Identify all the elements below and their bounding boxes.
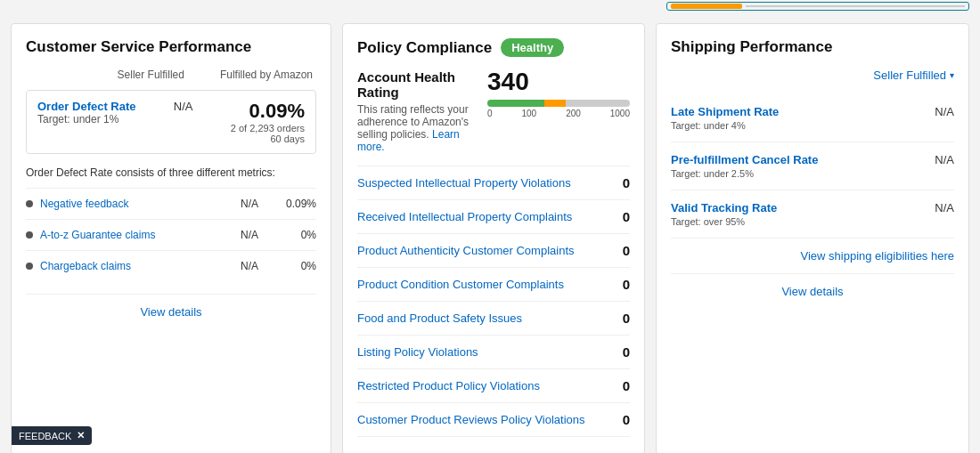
progress-line: [746, 5, 965, 7]
shipping-metric-info-2: Valid Tracking Rate Target: over 95%: [671, 201, 777, 227]
csp-view-details-link[interactable]: View details: [140, 305, 201, 319]
csp-title: Customer Service Performance: [26, 38, 316, 56]
metric-name-2[interactable]: Chargeback claims: [40, 260, 227, 272]
metric-name-1[interactable]: A-to-z Guarantee claims: [40, 229, 227, 241]
dashboard: Customer Service Performance Seller Fulf…: [0, 12, 980, 453]
shipping-header-row: Seller Fulfilled ▾: [671, 69, 954, 82]
violation-name-1[interactable]: Received Intellectual Property Complaint…: [357, 210, 612, 223]
shipping-metric-target-2: Target: over 95%: [671, 216, 777, 227]
shipping-metric-1: Pre-fulfillment Cancel Rate Target: unde…: [671, 142, 954, 190]
scale-1000: 1000: [610, 109, 630, 118]
ahr-section: Account Health Rating This rating reflec…: [357, 69, 630, 153]
violations-list: Suspected Intellectual Property Violatio…: [357, 166, 630, 437]
shipping-metric-val-0: N/A: [935, 105, 954, 118]
violation-count-5: 0: [612, 344, 630, 360]
ahr-bar-gray: [566, 100, 630, 107]
violation-count-7: 0: [612, 412, 630, 427]
odr-description: Order Defect Rate consists of three diff…: [26, 166, 316, 179]
odr-na: N/A: [174, 100, 193, 113]
scale-0: 0: [487, 109, 493, 118]
top-bar-widget: [666, 2, 969, 11]
scale-200: 200: [566, 109, 581, 118]
shipping-metric-name-2[interactable]: Valid Tracking Rate: [671, 201, 777, 214]
violation-count-6: 0: [612, 378, 630, 393]
ahr-scale: 0 100 200 1000: [487, 109, 630, 118]
seller-dropdown-label: Seller Fulfilled: [873, 69, 946, 82]
shipping-title: Shipping Performance: [671, 38, 954, 56]
bullet-icon: [26, 231, 33, 239]
shipping-metric-target-1: Target: under 2.5%: [671, 168, 818, 179]
shipping-metric-info-0: Late Shipment Rate Target: under 4%: [671, 105, 779, 131]
feedback-button[interactable]: FEEDBACK ✕: [12, 426, 92, 445]
odr-box: Order Defect Rate Target: under 1% N/A 0…: [26, 90, 316, 154]
violation-name-0[interactable]: Suspected Intellectual Property Violatio…: [357, 176, 612, 190]
violation-name-7[interactable]: Customer Product Reviews Policy Violatio…: [357, 413, 612, 426]
shipping-metric-info-1: Pre-fulfillment Cancel Rate Target: unde…: [671, 153, 818, 179]
violation-name-5[interactable]: Listing Policy Violations: [357, 345, 612, 359]
metric-na-2: N/A: [227, 260, 272, 272]
metric-name-0[interactable]: Negative feedback: [40, 198, 227, 210]
progress-bar: [671, 4, 742, 9]
shipping-view-details-link[interactable]: View details: [781, 285, 843, 298]
metric-pct-2: 0%: [272, 260, 316, 272]
violation-row-1: Received Intellectual Property Complaint…: [357, 200, 630, 234]
violation-name-3[interactable]: Product Condition Customer Complaints: [357, 278, 612, 291]
ahr-bar-green: [487, 100, 544, 107]
view-eligibilities-link[interactable]: View shipping eligibilities here: [801, 249, 954, 263]
shipping-view-details[interactable]: View details: [671, 273, 954, 298]
shipping-metric-0: Late Shipment Rate Target: under 4% N/A: [671, 94, 954, 142]
odr-sub2: 60 days: [231, 133, 305, 144]
policy-header: Policy Compliance Healthy: [357, 38, 630, 57]
violation-count-2: 0: [612, 243, 630, 258]
violation-count-1: 0: [612, 209, 630, 224]
policy-title: Policy Compliance: [357, 39, 492, 57]
amazon-fulfilled-label: Fulfilled by Amazon: [220, 69, 313, 81]
metric-row: Negative feedback N/A 0.09%: [26, 188, 316, 219]
metric-na-0: N/A: [227, 198, 272, 210]
bullet-icon: [26, 263, 33, 270]
shipping-metric-name-1[interactable]: Pre-fulfillment Cancel Rate: [671, 153, 818, 166]
violation-row-6: Restricted Product Policy Violations 0: [357, 369, 630, 403]
shipping-metric-target-0: Target: under 4%: [671, 120, 779, 131]
shipping-metric-val-2: N/A: [935, 201, 954, 214]
fulfillment-header: Seller Fulfilled Fulfilled by Amazon: [26, 69, 316, 81]
violation-row-2: Product Authenticity Customer Complaints…: [357, 234, 630, 268]
odr-label: Order Defect Rate: [37, 100, 136, 113]
feedback-label: FEEDBACK: [19, 431, 71, 441]
bullet-icon: [26, 200, 33, 207]
healthy-badge: Healthy: [501, 38, 564, 57]
ahr-label: Account Health Rating: [357, 69, 473, 100]
violation-row-3: Product Condition Customer Complaints 0: [357, 268, 630, 302]
seller-fulfilled-dropdown[interactable]: Seller Fulfilled ▾: [873, 69, 954, 82]
csp-view-details[interactable]: View details: [26, 294, 316, 319]
policy-compliance-card: Policy Compliance Healthy Account Health…: [342, 23, 645, 453]
violation-name-4[interactable]: Food and Product Safety Issues: [357, 311, 612, 325]
violation-name-2[interactable]: Product Authenticity Customer Complaints: [357, 244, 612, 257]
view-eligibilities[interactable]: View shipping eligibilities here: [671, 249, 954, 263]
metric-na-1: N/A: [227, 229, 272, 241]
ahr-bar-yellow: [544, 100, 566, 107]
violation-row-5: Listing Policy Violations 0: [357, 336, 630, 369]
ahr-bar-container: 0 100 200 1000: [487, 100, 630, 118]
violation-row-7: Customer Product Reviews Policy Violatio…: [357, 403, 630, 437]
odr-sub1: 2 of 2,293 orders: [231, 123, 305, 133]
violation-row-0: Suspected Intellectual Property Violatio…: [357, 166, 630, 200]
metric-row: Chargeback claims N/A 0%: [26, 250, 316, 281]
metrics-list: Negative feedback N/A 0.09% A-to-z Guara…: [26, 188, 316, 281]
shipping-metric-name-0[interactable]: Late Shipment Rate: [671, 105, 779, 118]
customer-service-card: Customer Service Performance Seller Fulf…: [11, 23, 331, 453]
chevron-down-icon: ▾: [950, 70, 954, 80]
feedback-close-icon[interactable]: ✕: [77, 430, 85, 441]
scale-100: 100: [522, 109, 537, 118]
ahr-desc: This rating reflects your adherence to A…: [357, 103, 473, 153]
metric-pct-0: 0.09%: [272, 198, 316, 210]
odr-value: 0.09%: [231, 100, 305, 123]
metric-pct-1: 0%: [272, 229, 316, 241]
shipping-metric-val-1: N/A: [935, 153, 954, 166]
violation-count-4: 0: [612, 311, 630, 326]
violation-count-0: 0: [612, 175, 630, 190]
seller-fulfilled-label: Seller Fulfilled: [118, 69, 184, 81]
violation-count-3: 0: [612, 277, 630, 292]
violation-name-6[interactable]: Restricted Product Policy Violations: [357, 379, 612, 392]
ahr-score: 340: [487, 69, 630, 94]
